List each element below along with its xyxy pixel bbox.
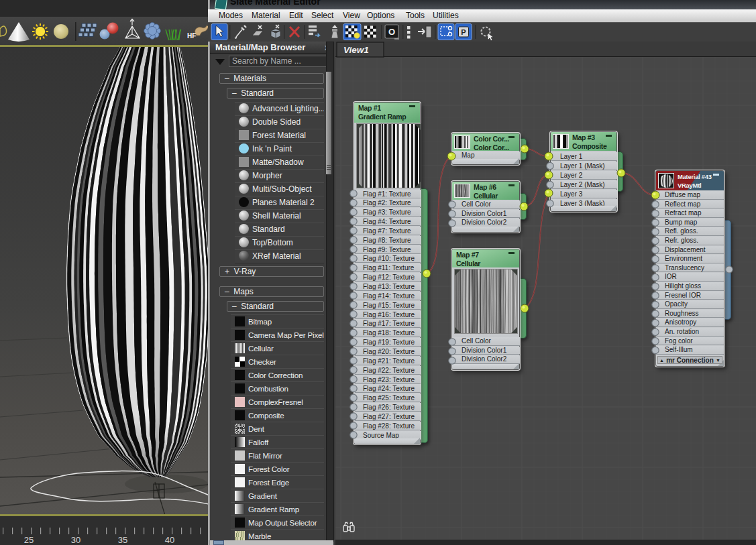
svg-text:View1: View1 (343, 45, 369, 55)
svg-text:35: 35 (118, 535, 127, 545)
svg-text:40: 40 (165, 535, 174, 545)
svg-text:P: P (461, 28, 466, 36)
svg-text:30: 30 (71, 535, 80, 545)
svg-text:O: O (388, 27, 395, 37)
svg-text:HF: HF (187, 32, 196, 40)
svg-text:25: 25 (24, 535, 34, 545)
